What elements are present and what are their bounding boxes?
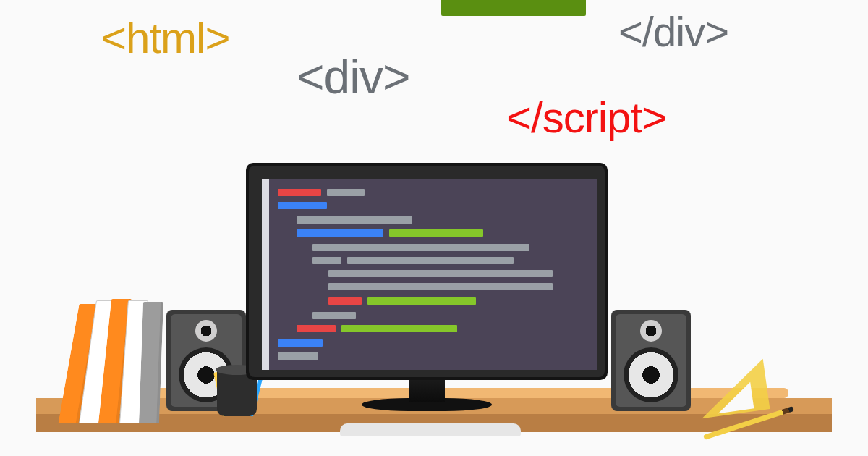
monitor-frame (246, 163, 608, 380)
code-line (341, 325, 457, 332)
keyboard (340, 423, 521, 436)
decorative-green-box (441, 0, 586, 16)
code-line (312, 312, 356, 319)
code-line (297, 325, 336, 332)
code-line (327, 189, 365, 196)
monitor-stand-neck (409, 380, 445, 402)
floating-tag-div-open: <div> (297, 49, 409, 104)
speaker-tweeter-icon (195, 320, 217, 342)
speaker-tweeter-icon (640, 320, 662, 342)
code-line (367, 297, 476, 305)
floating-tag-html: <html> (101, 13, 229, 63)
line-number-gutter (262, 179, 269, 370)
code-line (278, 202, 327, 209)
code-line (278, 339, 323, 347)
floating-tag-script-close: </script> (506, 93, 666, 143)
monitor-bezel (249, 166, 605, 377)
floating-tag-div-close: </div> (618, 7, 728, 56)
speaker-woofer-icon (624, 347, 678, 402)
monitor (246, 163, 608, 409)
speaker-right (611, 310, 691, 411)
code-line (328, 297, 362, 305)
code-line (312, 244, 529, 251)
code-line (278, 189, 321, 196)
code-line (347, 257, 514, 264)
code-line (278, 352, 318, 360)
set-square-ruler-hole (715, 382, 754, 414)
code-line (389, 229, 483, 237)
code-line (312, 257, 341, 264)
speaker-body (611, 310, 691, 411)
book-5 (139, 302, 163, 423)
code-line (297, 216, 412, 224)
book-stack (69, 297, 170, 423)
code-line (297, 229, 383, 237)
code-editor-screen (262, 179, 597, 370)
code-line (328, 283, 553, 290)
code-line (328, 270, 553, 277)
